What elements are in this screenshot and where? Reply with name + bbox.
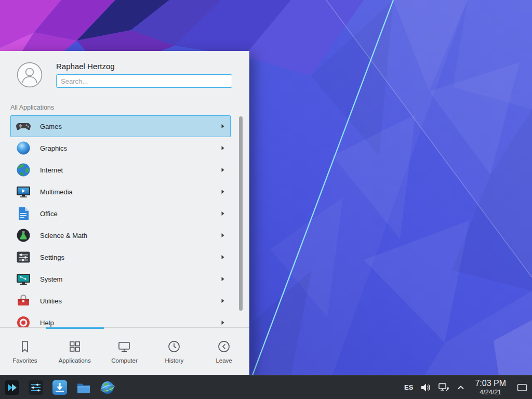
chevron-right-icon — [221, 189, 225, 194]
category-settings[interactable]: Settings — [10, 246, 231, 268]
user-avatar-icon — [17, 62, 43, 88]
category-games[interactable]: Games — [10, 115, 231, 137]
clock[interactable]: 7:03 PM 4/24/21 — [472, 379, 509, 396]
show-desktop-button[interactable] — [515, 377, 529, 398]
lifebuoy-icon — [15, 314, 32, 327]
monitor-play-icon — [15, 183, 32, 200]
application-launcher: Raphael Hertzog All Applications Games — [0, 51, 249, 375]
tab-label: Leave — [216, 357, 232, 364]
search-input[interactable] — [56, 74, 232, 88]
category-label: Science & Math — [40, 232, 87, 240]
scrollbar[interactable] — [239, 116, 243, 311]
launcher-header: Raphael Hertzog — [0, 51, 249, 99]
bookmark-icon — [18, 339, 32, 354]
document-icon — [15, 205, 32, 222]
chevron-right-icon — [221, 167, 225, 172]
clock-icon — [167, 339, 181, 354]
chevron-right-icon — [221, 233, 225, 238]
category-label: Office — [40, 210, 58, 218]
category-label: Graphics — [40, 144, 67, 152]
software-center-button[interactable] — [51, 379, 69, 396]
orb-icon — [15, 140, 32, 156]
chevron-right-icon — [221, 320, 225, 325]
gamepad-icon — [15, 118, 32, 135]
globe-icon — [15, 162, 32, 178]
file-manager-button[interactable] — [75, 379, 92, 396]
launcher-icon — [4, 380, 20, 395]
mixer-icon — [28, 380, 44, 395]
desktop: Raphael Hertzog All Applications Games — [0, 0, 532, 399]
web-browser-button[interactable] — [99, 379, 116, 396]
category-graphics[interactable]: Graphics — [10, 137, 231, 159]
chevron-right-icon — [221, 211, 225, 216]
network-icon[interactable] — [438, 382, 449, 393]
expand-tray-button[interactable] — [456, 383, 466, 392]
tab-label: Applications — [59, 357, 91, 364]
sliders-icon — [15, 249, 32, 265]
category-label: Utilities — [40, 297, 62, 305]
system-monitor-icon — [15, 271, 32, 287]
category-label: Internet — [40, 166, 63, 174]
clock-date: 4/24/21 — [480, 389, 501, 396]
tab-label: Favorites — [12, 357, 37, 364]
category-system[interactable]: System — [10, 268, 231, 290]
toolbox-icon — [15, 292, 32, 309]
chevron-right-icon — [221, 145, 225, 151]
category-label: Settings — [40, 254, 64, 261]
user-avatar[interactable] — [17, 62, 43, 88]
category-label: Games — [40, 123, 62, 130]
tab-favorites[interactable]: Favorites — [0, 328, 50, 375]
category-internet[interactable]: Internet — [10, 159, 231, 181]
category-list: Games Graphics — [0, 115, 249, 327]
category-utilities[interactable]: Utilities — [10, 290, 231, 312]
keyboard-layout-indicator[interactable]: ES — [404, 383, 413, 391]
chevron-right-icon — [221, 298, 225, 303]
category-multimedia[interactable]: Multimedia — [10, 181, 231, 203]
chevron-right-icon — [221, 124, 225, 129]
computer-icon — [117, 339, 131, 354]
system-tray: ES 7:03 PM — [404, 377, 530, 398]
category-office[interactable]: Office — [10, 203, 231, 224]
category-label: Help — [40, 319, 54, 327]
browser-globe-icon — [100, 380, 115, 395]
tab-leave[interactable]: Leave — [199, 328, 249, 375]
category-label: Multimedia — [40, 188, 73, 196]
tab-label: History — [165, 357, 183, 364]
user-column: Raphael Hertzog — [56, 62, 232, 88]
volume-icon[interactable] — [420, 382, 431, 393]
show-desktop-icon — [516, 382, 528, 393]
folder-icon — [76, 380, 91, 395]
leave-icon — [217, 339, 231, 354]
category-science-math[interactable]: Science & Math — [10, 224, 231, 246]
flask-icon — [15, 227, 32, 244]
user-name: Raphael Hertzog — [56, 62, 232, 71]
clock-time: 7:03 PM — [475, 379, 506, 389]
tab-computer[interactable]: Computer — [100, 328, 150, 375]
tab-history[interactable]: History — [149, 328, 199, 375]
tab-label: Computer — [111, 357, 138, 364]
app-launcher-button[interactable] — [3, 379, 21, 396]
grid-icon — [68, 339, 82, 354]
section-label: All Applications — [0, 99, 249, 115]
tab-applications[interactable]: Applications — [50, 328, 100, 375]
chevron-right-icon — [221, 276, 225, 282]
chevron-right-icon — [221, 255, 225, 260]
footer-tabs: Favorites Applications C — [0, 327, 249, 375]
taskbar: ES 7:03 PM — [0, 375, 532, 399]
category-help[interactable]: Help — [10, 312, 231, 327]
category-label: System — [40, 275, 62, 283]
system-tools-button[interactable] — [27, 379, 45, 396]
discover-icon — [52, 380, 68, 395]
